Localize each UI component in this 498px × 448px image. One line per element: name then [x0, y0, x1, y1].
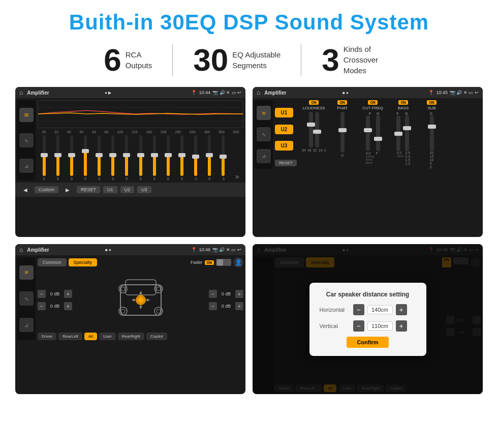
- dialog-vertical-label: Vertical: [320, 323, 350, 329]
- xo-sub-label: SUB: [427, 106, 435, 110]
- left-top-minus[interactable]: −: [38, 290, 46, 298]
- dialog-horizontal-minus[interactable]: −: [353, 304, 364, 315]
- dialog-vertical-minus[interactable]: −: [353, 320, 364, 332]
- distance-dialog: Car speaker distance setting Horizontal …: [309, 283, 426, 356]
- right-top-plus[interactable]: +: [235, 290, 243, 298]
- fader-common-tab[interactable]: Common: [38, 258, 67, 266]
- eq-sidebar: ≋ ∿ ⊿: [17, 100, 36, 181]
- xo-u3-btn[interactable]: U3: [275, 141, 293, 151]
- dialog-horizontal-row: Horizontal − 140cm +: [320, 304, 416, 315]
- dialog-vertical-plus[interactable]: +: [396, 320, 407, 332]
- right-top-minus[interactable]: −: [209, 290, 217, 298]
- eq-chart: [38, 100, 243, 128]
- xo-reset-btn[interactable]: RESET: [275, 160, 297, 166]
- eq-screen: ⌂ Amplifier ● ▶ 📍 10:44 📷 🔊 ✕ ▭ ↩ ≋ ∿ ⊿: [15, 87, 245, 237]
- eq-u1-btn[interactable]: U1: [103, 186, 117, 193]
- left-speaker-controls: − 0 dB + − 0 dB +: [38, 290, 72, 310]
- eq-prev-btn[interactable]: ◀: [19, 186, 32, 194]
- home-icon[interactable]: ⌂: [19, 89, 23, 96]
- xo-content: ≋ ∿ ⊿ U1 U2 U3 RESET: [253, 98, 483, 171]
- xo-u2-btn[interactable]: U2: [275, 125, 293, 134]
- feature-rca: 6 RCA Outputs: [83, 44, 173, 76]
- xo-bass-slider1[interactable]: [396, 115, 400, 151]
- xo-cutfreq-slider1[interactable]: [366, 115, 370, 151]
- car-svg: [110, 270, 171, 331]
- fader-on-badge[interactable]: ON: [205, 260, 214, 265]
- xo-sidebar-eq[interactable]: ≋: [257, 106, 271, 120]
- xo-u1-btn[interactable]: U1: [275, 108, 293, 117]
- left-bottom-speaker: − 0 dB +: [38, 302, 72, 310]
- xo-bass-slider2[interactable]: [405, 115, 409, 151]
- eq-app-name: Amplifier: [27, 90, 103, 96]
- slider-3: 0: [65, 135, 78, 181]
- fader-sidebar-eq[interactable]: ≋: [19, 265, 34, 280]
- xo-controls: ON LOUDNESS 644832160: [301, 100, 481, 169]
- fader-user-btn[interactable]: User: [99, 333, 116, 340]
- eq-status-bar: ⌂ Amplifier ● ▶ 📍 10:44 📷 🔊 ✕ ▭ ↩: [15, 87, 245, 98]
- eq-u2-btn[interactable]: U2: [120, 186, 135, 193]
- slider-9: 0: [148, 135, 161, 181]
- xo-sub-on[interactable]: ON: [427, 100, 437, 105]
- xo-sidebar-speaker[interactable]: ⊿: [257, 149, 271, 163]
- xo-time: 10:45: [436, 90, 448, 95]
- rca-text: RCA Outputs: [126, 49, 152, 71]
- slider-2: 0: [51, 135, 64, 181]
- right-bottom-plus[interactable]: +: [235, 302, 243, 310]
- fader-settings-icon[interactable]: 👤: [235, 259, 242, 266]
- xo-bass-on[interactable]: ON: [398, 100, 408, 105]
- dialog-overlay: Car speaker distance setting Horizontal …: [253, 244, 483, 394]
- fader-rearleft-btn[interactable]: RearLeft: [58, 333, 82, 340]
- screens-grid: ⌂ Amplifier ● ▶ 📍 10:44 📷 🔊 ✕ ▭ ↩ ≋ ∿ ⊿: [15, 87, 483, 394]
- crossover-screen: ⌂ Amplifier ■ ● 📍 10:45 📷 🔊 ✕ ▭ ↩ ≋ ∿ ⊿ …: [253, 87, 483, 237]
- slider-5: 0: [93, 135, 106, 181]
- svg-point-11: [121, 309, 125, 313]
- xo-cutfreq-on[interactable]: ON: [368, 100, 378, 105]
- xo-home-icon[interactable]: ⌂: [257, 89, 260, 96]
- xo-sidebar-wave[interactable]: ∿: [257, 127, 271, 141]
- xo-location-icon: 📍: [428, 90, 434, 95]
- xo-sub-slider1[interactable]: [430, 115, 434, 151]
- fader-copilot-btn[interactable]: Copilot: [146, 333, 167, 340]
- slider-8: 0: [134, 135, 147, 181]
- eq-play-btn[interactable]: ▶: [61, 186, 74, 194]
- svg-point-7: [121, 287, 125, 291]
- eq-sidebar-speaker[interactable]: ⊿: [19, 159, 34, 173]
- xo-phat: ON PHAT G: [329, 100, 356, 169]
- fader-sidebar-wave[interactable]: ∿: [19, 291, 34, 306]
- xo-loudness-slider2[interactable]: [315, 112, 319, 147]
- left-bottom-minus[interactable]: −: [38, 302, 46, 310]
- right-bottom-minus[interactable]: −: [209, 302, 217, 310]
- fader-specialty-tab[interactable]: Specialty: [69, 258, 98, 266]
- xo-bass: ON BASS F 3.0 70Hz G: [390, 100, 417, 169]
- xo-phat-on[interactable]: ON: [337, 100, 347, 105]
- slider-10: 0: [162, 135, 174, 181]
- eq-sidebar-equalizer[interactable]: ≋: [19, 108, 34, 122]
- fader-driver-btn[interactable]: Driver: [38, 333, 56, 340]
- fader-rearright-btn[interactable]: RearRight: [118, 333, 144, 340]
- eq-time: 10:44: [199, 90, 210, 95]
- xo-phat-slider[interactable]: [340, 112, 345, 153]
- xo-presets: U1 U2 U3 RESET: [275, 100, 297, 169]
- dialog-horizontal-value: 140cm: [367, 305, 393, 314]
- fader-all-btn[interactable]: All: [84, 333, 97, 340]
- eq-sidebar-wave[interactable]: ∿: [19, 133, 34, 147]
- dialog-horizontal-plus[interactable]: +: [396, 304, 407, 315]
- xo-loudness-on[interactable]: ON: [309, 100, 319, 105]
- left-bottom-plus[interactable]: +: [64, 302, 72, 310]
- eq-reset-btn[interactable]: RESET: [77, 186, 100, 193]
- eq-custom-btn[interactable]: Custom: [35, 186, 58, 193]
- xo-cutfreq-slider2[interactable]: [376, 115, 380, 151]
- slider-forward[interactable]: »: [231, 172, 243, 181]
- xo-loudness-slider1[interactable]: [309, 112, 313, 147]
- xo-app-name: Amplifier: [264, 90, 340, 96]
- dialog-confirm-button[interactable]: Confirm: [347, 337, 388, 348]
- fader-sidebar: ≋ ∿ ⊿: [17, 257, 36, 340]
- slider-14: -1: [217, 135, 230, 181]
- left-top-plus[interactable]: +: [64, 290, 72, 298]
- eq-u3-btn[interactable]: U3: [137, 186, 151, 193]
- fader-sidebar-speaker[interactable]: ⊿: [19, 318, 34, 332]
- xo-sub: ON SUB G 20 15 10 5 0: [419, 100, 445, 169]
- xo-status-bar: ⌂ Amplifier ■ ● 📍 10:45 📷 🔊 ✕ ▭ ↩: [253, 87, 483, 98]
- slider-11: 0: [175, 135, 188, 181]
- fader-home-icon[interactable]: ⌂: [19, 246, 23, 253]
